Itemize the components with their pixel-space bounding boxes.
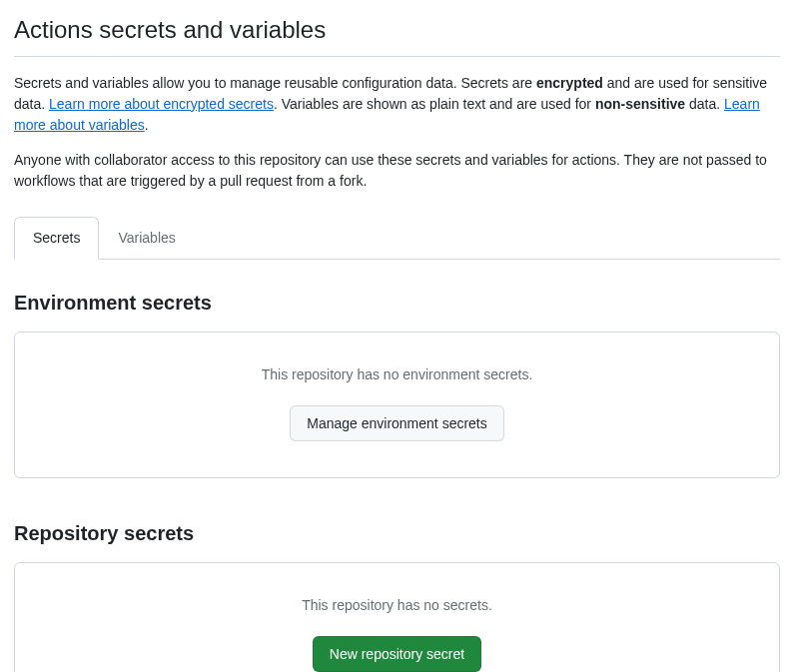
desc-intro: Secrets and variables allow you to manag… xyxy=(14,75,536,91)
tabs-container: Secrets Variables xyxy=(14,216,780,260)
new-repository-secret-button[interactable]: New repository secret xyxy=(313,636,481,672)
environment-secrets-title: Environment secrets xyxy=(14,288,780,318)
description-paragraph: Secrets and variables allow you to manag… xyxy=(14,73,780,136)
manage-environment-secrets-button[interactable]: Manage environment secrets xyxy=(290,405,504,441)
learn-secrets-link[interactable]: Learn more about encrypted secrets xyxy=(49,96,274,112)
desc-after-nonsensitive: data. xyxy=(685,96,724,112)
tab-variables[interactable]: Variables xyxy=(99,217,194,260)
desc-encrypted-word: encrypted xyxy=(536,75,603,91)
page-title: Actions secrets and variables xyxy=(14,12,780,48)
repository-secrets-box: This repository has no secrets. New repo… xyxy=(14,562,780,672)
desc-period: . xyxy=(145,117,149,133)
repository-secrets-title: Repository secrets xyxy=(14,518,780,548)
environment-secrets-empty-msg: This repository has no environment secre… xyxy=(35,364,759,385)
desc-after-learn-secrets: . Variables are shown as plain text and … xyxy=(274,96,595,112)
environment-secrets-box: This repository has no environment secre… xyxy=(14,332,780,478)
tab-secrets[interactable]: Secrets xyxy=(14,217,99,260)
desc-nonsensitive-word: non-sensitive xyxy=(595,96,685,112)
subdescription-paragraph: Anyone with collaborator access to this … xyxy=(14,150,780,192)
repository-secrets-empty-msg: This repository has no secrets. xyxy=(35,595,759,616)
page-header: Actions secrets and variables xyxy=(14,12,780,57)
